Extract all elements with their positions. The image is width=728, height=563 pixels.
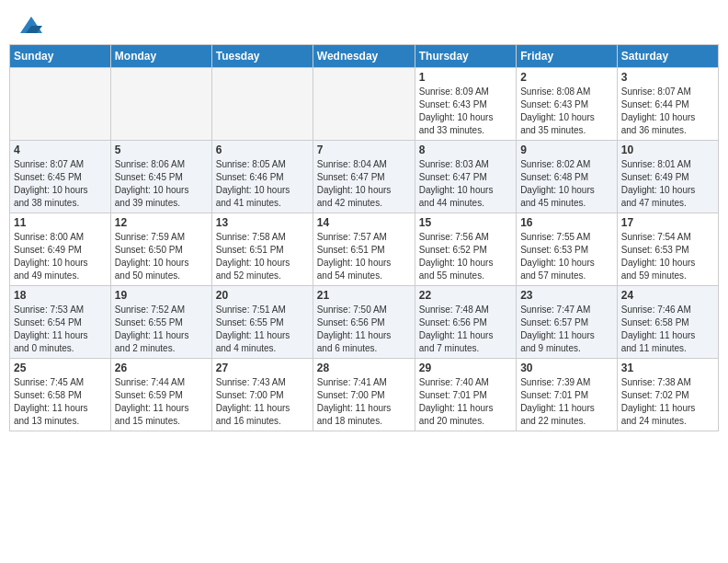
day-header-tuesday: Tuesday	[211, 45, 313, 68]
day-info: Sunrise: 7:57 AM Sunset: 6:51 PM Dayligh…	[317, 231, 411, 282]
day-info: Sunrise: 8:08 AM Sunset: 6:43 PM Dayligh…	[520, 86, 613, 137]
day-header-wednesday: Wednesday	[313, 45, 415, 68]
day-number: 16	[520, 216, 613, 229]
day-info: Sunrise: 7:46 AM Sunset: 6:58 PM Dayligh…	[621, 304, 714, 355]
calendar-cell: 24Sunrise: 7:46 AM Sunset: 6:58 PM Dayli…	[617, 286, 718, 359]
calendar-cell: 14Sunrise: 7:57 AM Sunset: 6:51 PM Dayli…	[313, 213, 415, 286]
calendar-cell	[110, 68, 211, 141]
calendar-cell: 6Sunrise: 8:05 AM Sunset: 6:46 PM Daylig…	[211, 141, 313, 213]
day-number: 17	[621, 216, 714, 229]
day-number: 22	[419, 289, 512, 302]
day-number: 3	[621, 71, 714, 84]
day-number: 11	[14, 216, 107, 229]
calendar-week-row: 11Sunrise: 8:00 AM Sunset: 6:49 PM Dayli…	[10, 213, 719, 286]
day-header-thursday: Thursday	[415, 45, 516, 68]
day-number: 2	[520, 71, 613, 84]
calendar-cell: 16Sunrise: 7:55 AM Sunset: 6:53 PM Dayli…	[517, 213, 618, 286]
day-info: Sunrise: 8:05 AM Sunset: 6:46 PM Dayligh…	[216, 158, 309, 210]
day-info: Sunrise: 7:59 AM Sunset: 6:50 PM Dayligh…	[115, 231, 208, 282]
day-header-sunday: Sunday	[10, 45, 111, 68]
day-number: 4	[14, 144, 107, 156]
day-info: Sunrise: 7:56 AM Sunset: 6:52 PM Dayligh…	[419, 231, 512, 282]
calendar-table: SundayMondayTuesdayWednesdayThursdayFrid…	[9, 44, 719, 431]
day-info: Sunrise: 7:39 AM Sunset: 7:01 PM Dayligh…	[520, 376, 613, 428]
calendar-cell: 28Sunrise: 7:41 AM Sunset: 7:00 PM Dayli…	[313, 359, 415, 431]
calendar-cell: 17Sunrise: 7:54 AM Sunset: 6:53 PM Dayli…	[617, 213, 718, 286]
day-number: 12	[115, 216, 208, 229]
calendar-cell: 7Sunrise: 8:04 AM Sunset: 6:47 PM Daylig…	[313, 141, 415, 213]
calendar-week-row: 4Sunrise: 8:07 AM Sunset: 6:45 PM Daylig…	[10, 141, 719, 213]
day-number: 8	[419, 144, 512, 156]
day-info: Sunrise: 7:44 AM Sunset: 6:59 PM Dayligh…	[115, 376, 208, 428]
day-number: 7	[317, 144, 411, 156]
calendar-cell: 30Sunrise: 7:39 AM Sunset: 7:01 PM Dayli…	[517, 359, 618, 431]
calendar-header-row: SundayMondayTuesdayWednesdayThursdayFrid…	[10, 45, 719, 68]
day-info: Sunrise: 7:43 AM Sunset: 7:00 PM Dayligh…	[216, 376, 309, 428]
day-info: Sunrise: 8:01 AM Sunset: 6:49 PM Dayligh…	[621, 158, 714, 210]
calendar-cell: 29Sunrise: 7:40 AM Sunset: 7:01 PM Dayli…	[415, 359, 516, 431]
day-info: Sunrise: 7:51 AM Sunset: 6:55 PM Dayligh…	[216, 304, 309, 355]
day-number: 26	[115, 362, 208, 374]
calendar-cell: 13Sunrise: 7:58 AM Sunset: 6:51 PM Dayli…	[211, 213, 313, 286]
day-info: Sunrise: 8:02 AM Sunset: 6:48 PM Dayligh…	[520, 158, 613, 210]
calendar-cell: 25Sunrise: 7:45 AM Sunset: 6:58 PM Dayli…	[10, 359, 111, 431]
day-info: Sunrise: 7:53 AM Sunset: 6:54 PM Dayligh…	[14, 304, 107, 355]
day-number: 5	[115, 144, 208, 156]
day-info: Sunrise: 7:45 AM Sunset: 6:58 PM Dayligh…	[14, 376, 107, 428]
calendar-cell: 12Sunrise: 7:59 AM Sunset: 6:50 PM Dayli…	[110, 213, 211, 286]
calendar-cell: 5Sunrise: 8:06 AM Sunset: 6:45 PM Daylig…	[110, 141, 211, 213]
day-number: 25	[14, 362, 107, 374]
day-info: Sunrise: 8:09 AM Sunset: 6:43 PM Dayligh…	[419, 86, 512, 137]
day-header-monday: Monday	[110, 45, 211, 68]
calendar-cell: 4Sunrise: 8:07 AM Sunset: 6:45 PM Daylig…	[10, 141, 111, 213]
day-number: 18	[14, 289, 107, 302]
calendar-cell: 19Sunrise: 7:52 AM Sunset: 6:55 PM Dayli…	[110, 286, 211, 359]
calendar-cell: 15Sunrise: 7:56 AM Sunset: 6:52 PM Dayli…	[415, 213, 516, 286]
calendar-cell: 8Sunrise: 8:03 AM Sunset: 6:47 PM Daylig…	[415, 141, 516, 213]
day-number: 29	[419, 362, 512, 374]
day-number: 14	[317, 216, 411, 229]
calendar-week-row: 25Sunrise: 7:45 AM Sunset: 6:58 PM Dayli…	[10, 359, 719, 431]
day-number: 30	[520, 362, 613, 374]
day-number: 1	[419, 71, 512, 84]
calendar-cell: 22Sunrise: 7:48 AM Sunset: 6:56 PM Dayli…	[415, 286, 516, 359]
page-header	[9, 9, 719, 37]
day-info: Sunrise: 7:55 AM Sunset: 6:53 PM Dayligh…	[520, 231, 613, 282]
day-number: 24	[621, 289, 714, 302]
day-info: Sunrise: 7:52 AM Sunset: 6:55 PM Dayligh…	[115, 304, 208, 355]
day-info: Sunrise: 7:50 AM Sunset: 6:56 PM Dayligh…	[317, 304, 411, 355]
day-number: 23	[520, 289, 613, 302]
calendar-cell: 27Sunrise: 7:43 AM Sunset: 7:00 PM Dayli…	[211, 359, 313, 431]
day-info: Sunrise: 7:38 AM Sunset: 7:02 PM Dayligh…	[621, 376, 714, 428]
day-info: Sunrise: 7:40 AM Sunset: 7:01 PM Dayligh…	[419, 376, 512, 428]
calendar-cell: 20Sunrise: 7:51 AM Sunset: 6:55 PM Dayli…	[211, 286, 313, 359]
calendar-cell: 18Sunrise: 7:53 AM Sunset: 6:54 PM Dayli…	[10, 286, 111, 359]
day-info: Sunrise: 8:03 AM Sunset: 6:47 PM Dayligh…	[419, 158, 512, 210]
calendar-cell: 21Sunrise: 7:50 AM Sunset: 6:56 PM Dayli…	[313, 286, 415, 359]
calendar-cell: 26Sunrise: 7:44 AM Sunset: 6:59 PM Dayli…	[110, 359, 211, 431]
calendar-cell: 2Sunrise: 8:08 AM Sunset: 6:43 PM Daylig…	[517, 68, 618, 141]
logo	[17, 13, 44, 33]
calendar-cell: 31Sunrise: 7:38 AM Sunset: 7:02 PM Dayli…	[617, 359, 718, 431]
day-number: 20	[216, 289, 309, 302]
day-number: 13	[216, 216, 309, 229]
day-number: 6	[216, 144, 309, 156]
day-number: 21	[317, 289, 411, 302]
day-number: 31	[621, 362, 714, 374]
day-info: Sunrise: 8:07 AM Sunset: 6:44 PM Dayligh…	[621, 86, 714, 137]
day-number: 15	[419, 216, 512, 229]
day-info: Sunrise: 8:04 AM Sunset: 6:47 PM Dayligh…	[317, 158, 411, 210]
calendar-cell: 3Sunrise: 8:07 AM Sunset: 6:44 PM Daylig…	[617, 68, 718, 141]
calendar-cell	[313, 68, 415, 141]
calendar-cell: 9Sunrise: 8:02 AM Sunset: 6:48 PM Daylig…	[517, 141, 618, 213]
calendar-week-row: 18Sunrise: 7:53 AM Sunset: 6:54 PM Dayli…	[10, 286, 719, 359]
day-header-saturday: Saturday	[617, 45, 718, 68]
day-info: Sunrise: 8:06 AM Sunset: 6:45 PM Dayligh…	[115, 158, 208, 210]
day-info: Sunrise: 7:54 AM Sunset: 6:53 PM Dayligh…	[621, 231, 714, 282]
calendar-cell	[10, 68, 111, 141]
day-info: Sunrise: 8:00 AM Sunset: 6:49 PM Dayligh…	[14, 231, 107, 282]
day-info: Sunrise: 7:48 AM Sunset: 6:56 PM Dayligh…	[419, 304, 512, 355]
day-number: 27	[216, 362, 309, 374]
day-number: 28	[317, 362, 411, 374]
day-info: Sunrise: 7:47 AM Sunset: 6:57 PM Dayligh…	[520, 304, 613, 355]
